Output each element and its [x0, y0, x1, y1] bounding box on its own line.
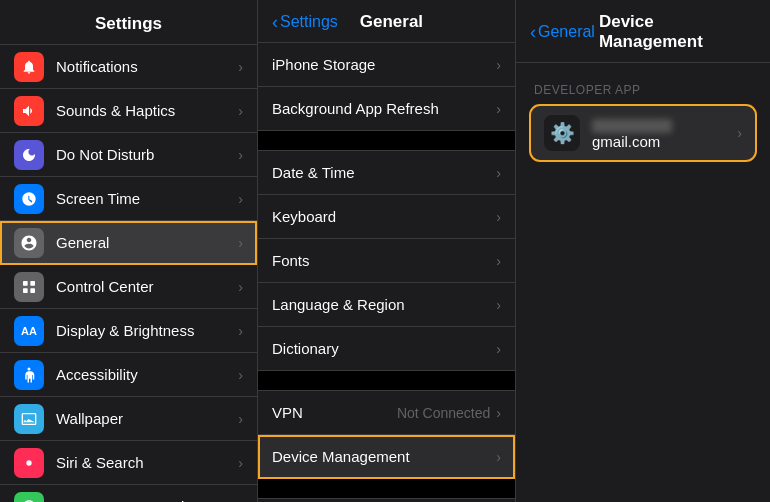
general-item-dictionary[interactable]: Dictionary›: [258, 327, 515, 371]
general-label: General: [56, 234, 238, 251]
accessibility-label: Accessibility: [56, 366, 238, 383]
general-item-vpn-chevron-icon: ›: [496, 405, 501, 421]
col2-title: General: [342, 12, 501, 32]
svg-rect-0: [23, 281, 28, 286]
donotdisturb-chevron-icon: ›: [238, 147, 243, 163]
siri-icon: [14, 448, 44, 478]
col3-back-button[interactable]: ‹ General: [530, 23, 595, 41]
general-item-backgroundapprefresh-label: Background App Refresh: [272, 100, 496, 117]
general-icon: [14, 228, 44, 258]
developer-app-info: gmail.com: [592, 116, 737, 150]
general-item-iphonestorage-chevron-icon: ›: [496, 57, 501, 73]
col3-chevron-left-icon: ‹: [530, 23, 536, 41]
general-item-languageregion[interactable]: Language & Region›: [258, 283, 515, 327]
sidebar-item-displaybrightness[interactable]: AADisplay & Brightness›: [0, 309, 257, 353]
general-item-iphonestorage[interactable]: iPhone Storage›: [258, 43, 515, 87]
general-item-datetime-chevron-icon: ›: [496, 165, 501, 181]
settings-column: Settings Notifications›Sounds & Haptics›…: [0, 0, 258, 502]
settings-list: Notifications›Sounds & Haptics›Do Not Di…: [0, 45, 257, 502]
back-button[interactable]: ‹ Settings: [272, 13, 338, 31]
displaybrightness-label: Display & Brightness: [56, 322, 238, 339]
general-item-datetime-label: Date & Time: [272, 164, 496, 181]
separator-separator2: [258, 371, 515, 391]
separator-separator3: [258, 479, 515, 499]
general-item-vpn-value: Not Connected: [397, 405, 490, 421]
sidebar-item-sounds[interactable]: Sounds & Haptics›: [0, 89, 257, 133]
svg-rect-1: [30, 281, 35, 286]
siri-chevron-icon: ›: [238, 455, 243, 471]
general-item-fonts-chevron-icon: ›: [496, 253, 501, 269]
accessibility-chevron-icon: ›: [238, 367, 243, 383]
svg-rect-2: [23, 288, 28, 293]
general-item-datetime[interactable]: Date & Time›: [258, 151, 515, 195]
developer-app-blur: [592, 119, 672, 133]
donotdisturb-label: Do Not Disturb: [56, 146, 238, 163]
screentime-label: Screen Time: [56, 190, 238, 207]
general-item-dictionary-label: Dictionary: [272, 340, 496, 357]
screentime-icon: [14, 184, 44, 214]
general-item-backgroundapprefresh-chevron-icon: ›: [496, 101, 501, 117]
general-item-keyboard[interactable]: Keyboard›: [258, 195, 515, 239]
developer-app-section-label: DEVELOPER APP: [530, 83, 756, 97]
general-column: ‹ Settings General iPhone Storage›Backgr…: [258, 0, 516, 502]
sidebar-item-siri[interactable]: Siri & Search›: [0, 441, 257, 485]
notifications-chevron-icon: ›: [238, 59, 243, 75]
svg-rect-3: [30, 288, 35, 293]
general-list: iPhone Storage›Background App Refresh›Da…: [258, 43, 515, 502]
developer-app-chevron-icon: ›: [737, 125, 742, 141]
controlcenter-chevron-icon: ›: [238, 279, 243, 295]
general-item-dictionary-chevron-icon: ›: [496, 341, 501, 357]
developer-app-icon: ⚙️: [544, 115, 580, 151]
svg-point-4: [28, 367, 31, 370]
general-item-devicemanagement-label: Device Management: [272, 448, 496, 465]
general-chevron-icon: ›: [238, 235, 243, 251]
separator-separator1: [258, 131, 515, 151]
general-item-vpn-label: VPN: [272, 404, 397, 421]
device-management-column: ‹ General Device Management DEVELOPER AP…: [516, 0, 770, 502]
general-item-iphonestorage-label: iPhone Storage: [272, 56, 496, 73]
col3-title: Device Management: [599, 12, 756, 52]
notifications-icon: [14, 52, 44, 82]
general-item-fonts[interactable]: Fonts›: [258, 239, 515, 283]
sidebar-item-controlcenter[interactable]: Control Center›: [0, 265, 257, 309]
settings-header: Settings: [0, 0, 257, 45]
accessibility-icon: [14, 360, 44, 390]
back-label: Settings: [280, 13, 338, 31]
developer-app-email: gmail.com: [592, 133, 660, 150]
faceid-label: Face ID & Passcode: [56, 498, 238, 502]
sidebar-item-screentime[interactable]: Screen Time›: [0, 177, 257, 221]
general-item-keyboard-chevron-icon: ›: [496, 209, 501, 225]
general-item-languageregion-chevron-icon: ›: [496, 297, 501, 313]
svg-point-5: [26, 460, 31, 465]
sidebar-item-donotdisturb[interactable]: Do Not Disturb›: [0, 133, 257, 177]
chevron-left-icon: ‹: [272, 13, 278, 31]
siri-label: Siri & Search: [56, 454, 238, 471]
general-item-keyboard-label: Keyboard: [272, 208, 496, 225]
general-item-devicemanagement-chevron-icon: ›: [496, 449, 501, 465]
col3-content: DEVELOPER APP ⚙️ gmail.com ›: [516, 63, 770, 161]
displaybrightness-icon: AA: [14, 316, 44, 346]
general-item-vpn[interactable]: VPNNot Connected›: [258, 391, 515, 435]
general-item-backgroundapprefresh[interactable]: Background App Refresh›: [258, 87, 515, 131]
sidebar-item-accessibility[interactable]: Accessibility›: [0, 353, 257, 397]
displaybrightness-chevron-icon: ›: [238, 323, 243, 339]
general-item-languageregion-label: Language & Region: [272, 296, 496, 313]
general-item-devicemanagement[interactable]: Device Management›: [258, 435, 515, 479]
sounds-chevron-icon: ›: [238, 103, 243, 119]
faceid-chevron-icon: ›: [238, 499, 243, 503]
controlcenter-icon: [14, 272, 44, 302]
col3-header: ‹ General Device Management: [516, 0, 770, 63]
col3-back-label: General: [538, 23, 595, 41]
sounds-label: Sounds & Haptics: [56, 102, 238, 119]
donotdisturb-icon: [14, 140, 44, 170]
faceid-icon: [14, 492, 44, 503]
sidebar-item-faceid[interactable]: Face ID & Passcode›: [0, 485, 257, 502]
sidebar-item-wallpaper[interactable]: Wallpaper›: [0, 397, 257, 441]
wallpaper-label: Wallpaper: [56, 410, 238, 427]
wallpaper-chevron-icon: ›: [238, 411, 243, 427]
developer-app-name: gmail.com: [592, 116, 737, 150]
developer-app-row[interactable]: ⚙️ gmail.com ›: [530, 105, 756, 161]
sidebar-item-general[interactable]: General›: [0, 221, 257, 265]
wallpaper-icon: [14, 404, 44, 434]
sidebar-item-notifications[interactable]: Notifications›: [0, 45, 257, 89]
